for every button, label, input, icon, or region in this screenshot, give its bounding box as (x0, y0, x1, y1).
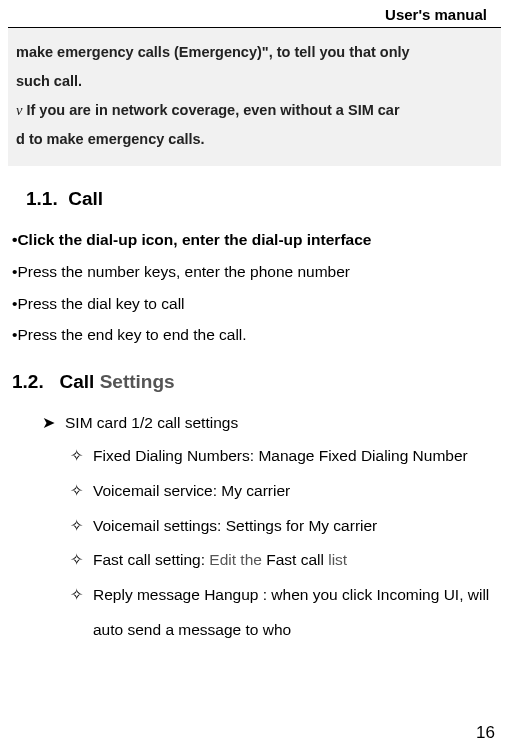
note-line-2: such call. (16, 67, 493, 96)
page-number: 16 (476, 723, 495, 743)
section-1-2-title-b: Settings (94, 371, 174, 392)
diamond-bullet-icon: ✧ (70, 474, 83, 509)
header-title: User's manual (385, 6, 487, 23)
level-2-list: ✧ Fixed Dialing Numbers: Manage Fixed Di… (70, 439, 493, 648)
fast-call-em: Fast call (266, 551, 324, 568)
l2-text-4d: list (324, 551, 347, 568)
diamond-bullet-icon: ✧ (70, 439, 83, 474)
l2-text-1: Fixed Dialing Numbers: Manage Fixed Dial… (93, 439, 468, 474)
note-line-1: make emergency calls (Emergency)", to te… (16, 38, 493, 67)
l2-text-4b: Edit the (205, 551, 266, 568)
list-item: ➤ SIM card 1/2 call settings (42, 407, 495, 439)
list-item: ✧ Voicemail settings: Settings for My ca… (70, 509, 493, 544)
list-item: ✧ Fast call setting: Edit the Fast call … (70, 543, 493, 578)
section-1-1-title: Call (68, 188, 103, 209)
note-line-3: ν If you are in network coverage, even w… (16, 96, 493, 125)
section-1-1-heading: 1.1. Call (26, 188, 509, 210)
level-1-list: ➤ SIM card 1/2 call settings (42, 407, 495, 439)
bullet-2: •Press the number keys, enter the phone … (12, 256, 495, 288)
section-1-2-num: 1.2. (12, 371, 44, 392)
note-line-4: d to make emergency calls. (16, 125, 493, 154)
header: User's manual (8, 0, 501, 28)
bullet-1: •Click the dial-up icon, enter the dial-… (12, 224, 495, 256)
diamond-bullet-icon: ✧ (70, 543, 83, 578)
list-item: ✧ Voicemail service: My carrier (70, 474, 493, 509)
diamond-bullet-icon: ✧ (70, 578, 83, 648)
section-1-1-num: 1.1. (26, 188, 58, 209)
list-item: ✧ Reply message Hangup : when you click … (70, 578, 493, 648)
note-box: make emergency calls (Emergency)", to te… (8, 28, 501, 166)
bullet-4: •Press the end key to end the call. (12, 319, 495, 351)
note-line-3a: If you are in network coverage, even wit… (22, 102, 399, 118)
list-item: ✧ Fixed Dialing Numbers: Manage Fixed Di… (70, 439, 493, 474)
l2-text-2: Voicemail service: My carrier (93, 474, 290, 509)
l2-text-3: Voicemail settings: Settings for My carr… (93, 509, 377, 544)
section-1-1-body: •Click the dial-up icon, enter the dial-… (12, 224, 495, 351)
section-1-2-title-a: Call (60, 371, 95, 392)
diamond-bullet-icon: ✧ (70, 509, 83, 544)
triangle-bullet-icon: ➤ (42, 407, 55, 439)
l2-text-4: Fast call setting: Edit the Fast call li… (93, 543, 347, 578)
l2-text-5: Reply message Hangup : when you click In… (93, 578, 493, 648)
bullet-3: •Press the dial key to call (12, 288, 495, 320)
l1-text: SIM card 1/2 call settings (65, 407, 238, 439)
fast-call-label: Fast call setting: (93, 551, 205, 568)
section-1-2-heading: 1.2. Call Settings (12, 371, 509, 393)
